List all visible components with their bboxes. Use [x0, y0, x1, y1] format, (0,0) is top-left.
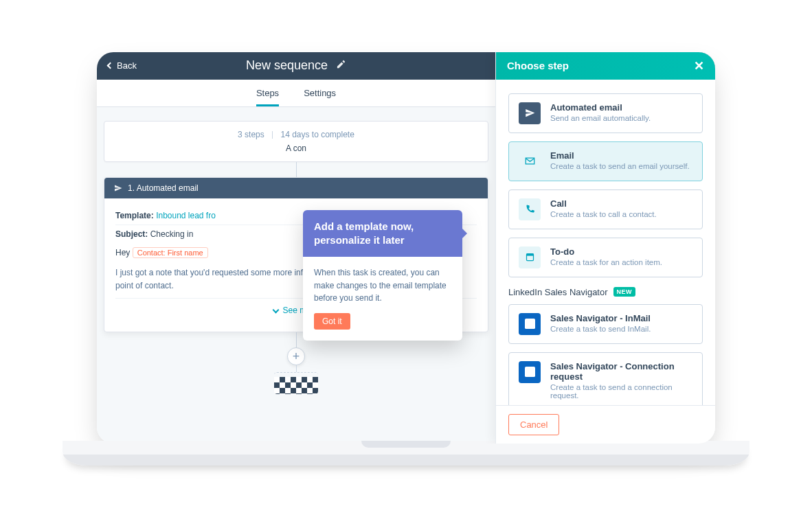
- step-header: 1. Automated email: [104, 178, 488, 198]
- linkedin-section-label: LinkedIn Sales Navigator NEW: [508, 287, 703, 297]
- cancel-button[interactable]: Cancel: [508, 414, 559, 435]
- laptop-mockup: Back New sequence Steps Settings 3 steps: [59, 52, 753, 466]
- sidepanel-header: Choose step ✕: [496, 52, 715, 80]
- page-title-area: New sequence: [97, 52, 495, 80]
- sidepanel-footer: Cancel: [496, 405, 715, 444]
- connector-line: [296, 162, 297, 177]
- popover-body: When this task is created, you can make …: [303, 257, 462, 341]
- popover-dismiss-button[interactable]: Got it: [314, 313, 350, 330]
- chevron-down-icon: [273, 307, 280, 314]
- option-automated-email[interactable]: Automated email Send an email automatica…: [508, 93, 703, 133]
- tab-settings[interactable]: Settings: [304, 80, 336, 106]
- send-icon: [114, 184, 122, 192]
- option-title: Email: [550, 150, 690, 161]
- option-desc: Send an email automatically.: [550, 114, 651, 122]
- connector-line: [296, 332, 297, 347]
- sequence-end-marker: [274, 372, 318, 394]
- step-header-label: 1. Automated email: [128, 183, 199, 193]
- template-link[interactable]: Inbound lead fro: [156, 211, 216, 220]
- todo-icon: [519, 246, 541, 268]
- option-title: Call: [550, 198, 657, 209]
- page-title: New sequence: [246, 58, 328, 73]
- close-button[interactable]: ✕: [694, 60, 704, 72]
- template-label: Template:: [115, 211, 154, 220]
- option-title: Automated email: [550, 102, 651, 113]
- back-button[interactable]: Back: [108, 60, 137, 71]
- mail-icon: [519, 150, 541, 172]
- choose-step-panel: Choose step ✕ Automated email Send an em…: [495, 52, 715, 444]
- summary-meta: 3 steps 14 days to complete: [117, 130, 475, 139]
- app-root: Back New sequence Steps Settings 3 steps: [97, 52, 715, 444]
- option-desc: Create a task to call a contact.: [550, 210, 657, 218]
- subject-value: Checking in: [150, 229, 194, 239]
- greeting-text: Hey: [115, 248, 130, 257]
- popover-headline: Add a template now, personalize it later: [303, 210, 462, 257]
- option-title: Sales Navigator - Connection request: [550, 361, 692, 382]
- pencil-icon: [336, 59, 346, 69]
- screen: Back New sequence Steps Settings 3 steps: [97, 52, 715, 444]
- add-step-button[interactable]: +: [287, 347, 305, 365]
- popover-text: When this task is created, you can make …: [314, 266, 451, 305]
- option-desc: Create a task to send InMail.: [550, 325, 651, 333]
- option-title: Sales Navigator - InMail: [550, 313, 651, 323]
- laptop-base: [63, 441, 749, 466]
- option-email[interactable]: Email Create a task to send an email you…: [508, 141, 703, 181]
- step-count: 3 steps: [238, 130, 264, 139]
- sidepanel-title: Choose step: [507, 60, 569, 71]
- option-desc: Create a task to send a connection reque…: [550, 383, 692, 400]
- option-todo[interactable]: To-do Create a task for an action item.: [508, 238, 703, 277]
- tab-bar: Steps Settings: [97, 80, 495, 107]
- onboarding-popover: Add a template now, personalize it later…: [303, 210, 462, 341]
- meta-divider: [272, 131, 273, 139]
- popover-caret: [462, 228, 473, 239]
- sequence-summary-card: 3 steps 14 days to complete A con: [104, 121, 488, 162]
- duration: 14 days to complete: [280, 130, 354, 139]
- option-title: To-do: [550, 246, 662, 257]
- option-desc: Create a task to send an email yourself.: [550, 162, 690, 170]
- linkedin-icon: [519, 361, 541, 383]
- edit-title-button[interactable]: [336, 58, 346, 73]
- connector-line: [296, 365, 297, 372]
- phone-icon: [519, 198, 541, 220]
- sidepanel-body: Automated email Send an email automatica…: [496, 80, 715, 405]
- option-linkedin-connection[interactable]: Sales Navigator - Connection request Cre…: [508, 352, 703, 405]
- option-linkedin-inmail[interactable]: Sales Navigator - InMail Create a task t…: [508, 304, 703, 344]
- send-icon: [519, 102, 541, 124]
- back-label: Back: [117, 60, 137, 71]
- chevron-left-icon: [107, 62, 114, 69]
- option-desc: Create a task for an action item.: [550, 258, 662, 266]
- tab-steps[interactable]: Steps: [256, 80, 279, 106]
- summary-subtitle: A con: [117, 143, 475, 153]
- new-badge: NEW: [613, 287, 636, 297]
- subject-label: Subject:: [115, 229, 148, 239]
- personalization-token[interactable]: Contact: First name: [133, 247, 208, 258]
- linkedin-icon: [519, 313, 541, 335]
- option-call[interactable]: Call Create a task to call a contact.: [508, 189, 703, 229]
- linkedin-label: LinkedIn Sales Navigator: [508, 287, 608, 297]
